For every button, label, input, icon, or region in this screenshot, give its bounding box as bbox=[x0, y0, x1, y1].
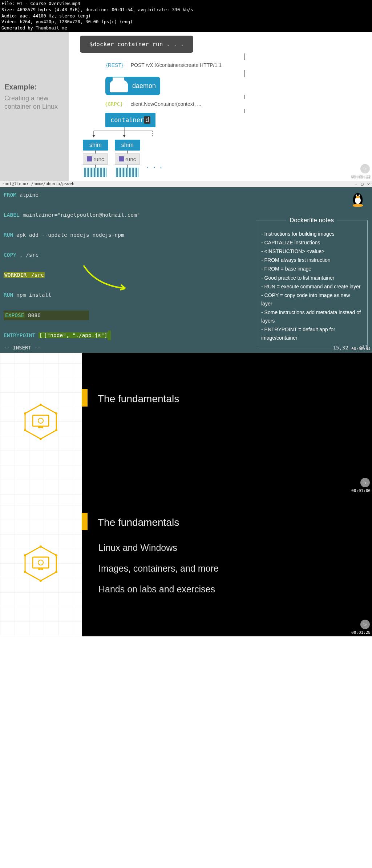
play-icon: ▷ bbox=[360, 620, 370, 629]
dockerfile-expose: EXPOSE bbox=[4, 312, 25, 318]
thumbnail-frame-2: root@linux: /home/ubuntu/psweb — ▢ ✕ FRO… bbox=[0, 181, 372, 353]
dockerfile-entrypoint: ENTRYPOINT bbox=[4, 332, 35, 338]
container-icon bbox=[84, 168, 107, 177]
runc-box: runc bbox=[83, 153, 108, 165]
shim-runc-column-1: shim runc bbox=[83, 140, 108, 177]
cursor bbox=[108, 331, 111, 341]
frame3-content: The fundamentals ▷ 00:01:06 bbox=[82, 353, 372, 495]
timestamp-4: 00:01:28 bbox=[351, 630, 371, 635]
ellipsis-dots: . . . bbox=[147, 161, 163, 170]
timestamp-1: 00:00:22 bbox=[351, 175, 371, 179]
notes-item: - <INSTRUCTION> <value> bbox=[261, 247, 362, 256]
tux-linux-icon bbox=[351, 190, 365, 207]
play-icon: ▷ bbox=[360, 164, 370, 173]
svg-point-17 bbox=[24, 554, 26, 556]
notes-item: - COPY = copy code into image as new lay… bbox=[261, 291, 362, 308]
slide-bullet: Images, containers, and more bbox=[98, 563, 372, 574]
branch-lines bbox=[84, 127, 178, 138]
vim-mode: -- INSERT -- bbox=[4, 345, 40, 351]
svg-point-13 bbox=[55, 554, 57, 556]
rest-label: {REST} bbox=[106, 62, 123, 68]
yellow-accent-bar bbox=[82, 513, 88, 530]
daemon-label: daemon bbox=[132, 82, 156, 90]
slide-heading: The fundamentals bbox=[98, 517, 179, 528]
slide-bullet: Linux and Windows bbox=[98, 543, 372, 553]
runc-icon bbox=[87, 156, 92, 161]
grpc-call-text: client.NewContainer(context, ... bbox=[131, 101, 202, 107]
svg-marker-9 bbox=[25, 547, 56, 581]
grpc-label: {GRPC} bbox=[105, 101, 123, 107]
play-icon: ▷ bbox=[360, 478, 370, 487]
notes-title: Dockerfile notes bbox=[286, 215, 337, 225]
svg-point-5 bbox=[55, 429, 57, 431]
thumbnail-frame-3: The fundamentals ▷ 00:01:06 bbox=[0, 353, 372, 495]
shim-box: shim bbox=[83, 140, 108, 151]
runc-box: runc bbox=[115, 153, 140, 165]
svg-point-15 bbox=[40, 580, 42, 582]
example-description: Creating a new container on Linux bbox=[4, 94, 65, 111]
notes-item: - Instructions for building images bbox=[261, 230, 362, 238]
dockerfile-notes-panel: Dockerfile notes - Instructions for buil… bbox=[256, 220, 368, 347]
yellow-accent-bar bbox=[82, 389, 88, 407]
svg-point-12 bbox=[40, 545, 42, 548]
docker-whale-icon bbox=[110, 80, 128, 92]
svg-point-3 bbox=[40, 404, 42, 406]
frame4-content: The fundamentals Linux and Windows Image… bbox=[82, 495, 372, 636]
svg-rect-1 bbox=[33, 415, 49, 426]
runc-icon bbox=[119, 156, 124, 161]
meta-size: Size: 4698579 bytes (4.48 MiB), duration… bbox=[1, 7, 371, 13]
frame4-left-pattern bbox=[0, 495, 82, 636]
svg-point-7 bbox=[24, 429, 26, 431]
video-metadata-header: File: 01 - Course Overview.mp4 Size: 469… bbox=[0, 0, 372, 32]
window-controls: — ▢ ✕ bbox=[355, 181, 370, 187]
terminal-titlebar: root@linux: /home/ubuntu/psweb — ▢ ✕ bbox=[0, 181, 372, 187]
timestamp-3: 00:01:06 bbox=[351, 488, 371, 493]
hexagon-monitor-icon bbox=[23, 545, 59, 582]
containerd-box: containerd bbox=[105, 113, 155, 127]
svg-point-16 bbox=[24, 571, 26, 573]
container-icon bbox=[116, 168, 139, 177]
meta-file: File: 01 - Course Overview.mp4 bbox=[1, 1, 371, 7]
thumbnail-frame-4: The fundamentals Linux and Windows Image… bbox=[0, 495, 372, 636]
terminal-title: root@linux: /home/ubuntu/psweb bbox=[2, 181, 74, 186]
notes-item: - ENTRYPOINT = default app for image/con… bbox=[261, 325, 362, 342]
dockerfile-copy: COPY bbox=[4, 252, 16, 258]
terminal-body: FROM alpine LABEL maintainer="nigelpoult… bbox=[0, 187, 372, 343]
thumbnail-frame-1: Example: Creating a new container on Lin… bbox=[0, 32, 372, 181]
slide-bullet: Hands on labs and exercises bbox=[98, 584, 372, 595]
frame1-sidebar: Example: Creating a new container on Lin… bbox=[0, 32, 69, 181]
notes-item: - Good practice to list maintainer bbox=[261, 274, 362, 282]
close-icon: ✕ bbox=[367, 181, 370, 187]
example-label: Example: bbox=[4, 83, 65, 91]
meta-generated: Generated by Thumbnail me bbox=[1, 25, 371, 31]
daemon-box: daemon bbox=[105, 77, 160, 95]
svg-point-6 bbox=[40, 438, 42, 440]
notes-item: - FROM = base image bbox=[261, 265, 362, 273]
hexagon-monitor-icon bbox=[23, 404, 59, 440]
svg-point-8 bbox=[24, 412, 26, 415]
docker-command-box: $docker container run . . . bbox=[80, 36, 193, 53]
http-post-text: POST /vX.X/containers/create HTTP/1.1 bbox=[131, 62, 222, 68]
frame3-left-pattern bbox=[0, 353, 82, 495]
frame1-diagram: $docker container run . . . {REST} POST … bbox=[69, 32, 372, 181]
dockerfile-label: LABEL bbox=[4, 212, 20, 218]
timestamp-2: 00:00:44 bbox=[351, 347, 371, 351]
dockerfile-from: FROM bbox=[4, 192, 16, 198]
dockerfile-run2: RUN bbox=[4, 292, 13, 298]
notes-item: - Some instructions add metadata instead… bbox=[261, 308, 362, 325]
svg-marker-0 bbox=[25, 405, 56, 439]
slide-heading: The fundamentals bbox=[98, 393, 179, 405]
svg-point-2 bbox=[38, 418, 43, 423]
maximize-icon: ▢ bbox=[361, 181, 364, 187]
svg-point-4 bbox=[55, 412, 57, 415]
shim-box: shim bbox=[115, 140, 140, 151]
meta-audio: Audio: aac, 44100 Hz, stereo (eng) bbox=[1, 13, 371, 19]
dockerfile-run: RUN bbox=[4, 232, 13, 238]
shim-runc-column-2: shim runc bbox=[115, 140, 140, 177]
svg-point-14 bbox=[55, 571, 57, 573]
meta-video: Video: h264, yuv420p, 1280x720, 30.00 fp… bbox=[1, 19, 371, 25]
notes-item: - CAPITALIZE instructions bbox=[261, 239, 362, 247]
svg-rect-10 bbox=[33, 557, 49, 568]
notes-item: - RUN = execute command and create layer bbox=[261, 283, 362, 291]
dockerfile-workdir: WORKDIR bbox=[4, 272, 27, 278]
